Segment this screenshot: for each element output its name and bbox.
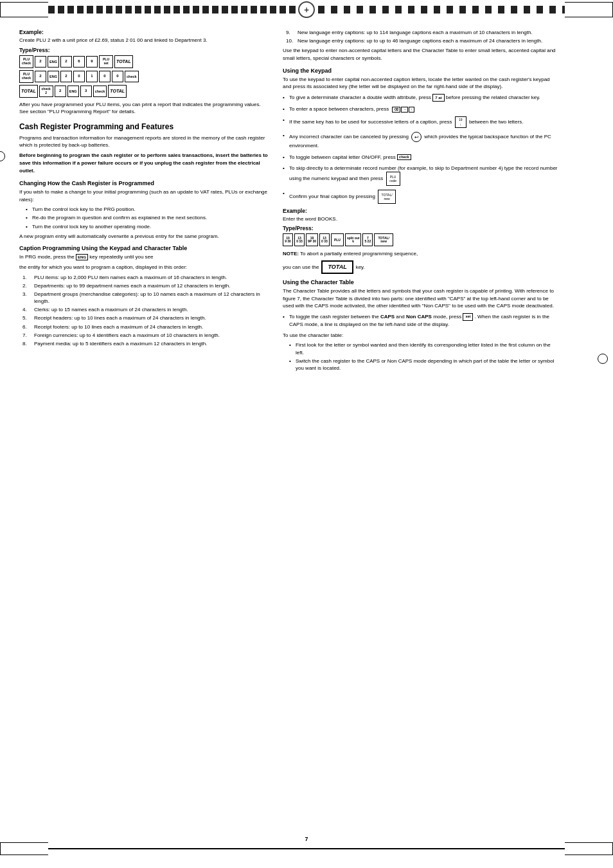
key-13b: 130 33 [319, 233, 330, 246]
key-19: 199P 30 [306, 233, 318, 246]
key-plu-check: PLUcheck [19, 55, 33, 68]
key-3: 3 [80, 86, 92, 97]
subsection1-after: A new program entry will automatically o… [19, 233, 270, 240]
bullet-caps-non-caps: • To toggle the cash register between th… [283, 313, 559, 328]
key-2e: 2 [55, 86, 66, 97]
numbered-item: 9. New language entry captions: up to 11… [286, 29, 559, 36]
bullet-space: • To enter a space between characters, p… [283, 105, 559, 113]
bullet-item: • Turn the control lock key to the PRG p… [26, 206, 270, 213]
key-2b: 2 [60, 56, 72, 68]
page-number: 7 [305, 836, 308, 842]
key-check: check [125, 71, 139, 82]
right-column: 9. New language entry captions: up to 11… [283, 29, 559, 374]
eng-key: ENG [76, 254, 88, 260]
key-total3: TOTAL [108, 85, 127, 98]
key-space1: ⌫ [392, 107, 400, 113]
key-9: 9 [86, 56, 98, 68]
note-text: NOTE: To abort a partially entered progr… [283, 250, 559, 258]
bullet-caps-toggle: • To toggle between capital letter ON/OF… [283, 154, 559, 161]
key-6: 6 [73, 56, 85, 68]
bottom-bar-right [565, 842, 613, 855]
key-eng3: ENG [67, 86, 79, 97]
key-check3: check [93, 86, 107, 97]
key-set: set [463, 313, 473, 321]
subsection1-intro: If you wish to make a change to your ini… [19, 188, 270, 203]
key-total-new: TOTAL/new [378, 190, 396, 204]
numbered-item: 3. Department groups (merchandise catego… [22, 291, 270, 305]
key-2d: 2 [60, 71, 72, 82]
key-0c: 0 [112, 71, 123, 82]
key-middle: 19↓ [455, 116, 466, 128]
numbered-item: 1. PLU items: up to 2,000 PLU item names… [22, 274, 270, 281]
key-eng: ENG [48, 56, 59, 68]
bold-warning: Before beginning to program the cash reg… [19, 152, 270, 175]
using-keypad-intro: To use the keypad to enter capital non-a… [283, 76, 559, 91]
main-section-title: Cash Register Programming and Features [19, 122, 270, 131]
key-space3: ↑ [409, 107, 414, 113]
subsection2-continue: the entity for which you want to program… [19, 264, 270, 271]
caption-note: Use the keypad to enter non-accented cap… [283, 47, 559, 62]
crosshair-icon: + [298, 1, 315, 18]
example2-text: Enter the word BOOKS. [283, 215, 559, 223]
key-plu-set: PLUset [99, 55, 113, 68]
key-7at: 7 at [432, 94, 444, 102]
numbered-item: 2. Departments: up to 99 department name… [22, 282, 270, 289]
example-label: Example: [19, 29, 270, 35]
key-2: 2 [35, 56, 46, 68]
numbered-item: 8. Payment media: up to 5 identifiers ea… [22, 340, 270, 347]
subsection1-title: Changing How the Cash Register is Progra… [19, 180, 270, 186]
after-example-text: After you have programmed your PLU items… [19, 101, 270, 116]
key-split-out: split outk [345, 233, 361, 246]
bullet-item: • Turn the control lock key to another o… [26, 223, 270, 230]
numbered-item: 10. New language entry captions: up to u… [286, 37, 559, 44]
bottom-bar-line [48, 848, 565, 849]
right-margin-mark [598, 354, 608, 364]
total-key-big: TOTAL [321, 260, 353, 274]
key-plu-books: PLU [331, 233, 344, 246]
key-backspace: ↩ [411, 132, 422, 142]
key-row-1: PLUcheck 2 ENG 2 6 9 PLUset TOTAL [19, 55, 270, 68]
bullet-confirm: • Confirm your final caption by pressing… [283, 190, 559, 204]
to-use-table-label: To use the character table: [283, 332, 559, 339]
key-10: 109 30 [283, 233, 293, 246]
key-total: TOTAL [114, 55, 133, 68]
numbered-list-continued: 9. New language entry captions: up to 11… [286, 29, 559, 44]
key-row-2: PLUcheck 2 ENG 2 0 1 0 0 check [19, 70, 270, 83]
bottom-bar [0, 842, 613, 855]
key-check-caps: check [397, 154, 411, 161]
bullet-cancel: • Any incorrect character can be cancele… [283, 132, 559, 149]
table-bullets: • First look for the letter or symbol wa… [289, 341, 559, 372]
subsection2-title: Caption Programming Using the Keypad and… [19, 245, 270, 251]
bullet-item: • Switch the cash register to the CAPS o… [289, 357, 559, 372]
numbered-item: 5. Receipt headers: up to 10 lines each … [22, 314, 270, 321]
subsection2-intro: In PRG mode, press the ENG key repeatedl… [19, 253, 270, 261]
bullet-double-width: • To give a determinate character a doub… [283, 94, 559, 102]
numbered-item: 6. Receipt footers: up to 10 lines each … [22, 323, 270, 330]
key-total-new-books: TOTAL/new [374, 233, 393, 246]
subsection1-bullets: • Turn the control lock key to the PRG p… [26, 206, 270, 230]
bullet-item: • Re-do the program in question and conf… [26, 214, 270, 221]
key-row-3: TOTAL check2 2 ENG 3 check TOTAL [19, 85, 270, 98]
key-space2: → [401, 107, 408, 113]
bullet-skip-record: • To skip directly to a determinate reco… [283, 165, 559, 186]
type-press2-label: Type/Press: [283, 225, 559, 231]
key-row-books: 109 30 130 33 199P 30 130 33 PLU split o… [283, 233, 559, 246]
example-text: Create PLU 2 with a unit price of £2.69,… [19, 37, 270, 44]
bullet-successive: • If the same key has to be used for suc… [283, 116, 559, 128]
key-total2: TOTAL [19, 85, 38, 98]
using-keypad-title: Using the Keypad [283, 68, 559, 74]
numbered-list: 1. PLU items: up to 2,000 PLU item names… [22, 274, 270, 348]
key-7b: 75 22 [362, 233, 373, 246]
key-2c: 2 [35, 71, 46, 82]
key-1: 1 [86, 71, 98, 82]
key-13: 130 33 [294, 233, 305, 246]
bullet-item: • First look for the letter or symbol wa… [289, 341, 559, 356]
left-column: Example: Create PLU 2 with a unit price … [19, 29, 270, 374]
numbered-item: 4. Clerks: up to 15 names each a maximum… [22, 306, 270, 313]
bottom-bar-left [0, 842, 48, 855]
key-check2: check2 [39, 86, 53, 97]
example2-label: Example: [283, 208, 559, 214]
type-press-label: Type/Press: [19, 47, 270, 53]
note-continue: you can use the TOTAL key. [283, 260, 559, 274]
key-0: 0 [73, 71, 85, 82]
